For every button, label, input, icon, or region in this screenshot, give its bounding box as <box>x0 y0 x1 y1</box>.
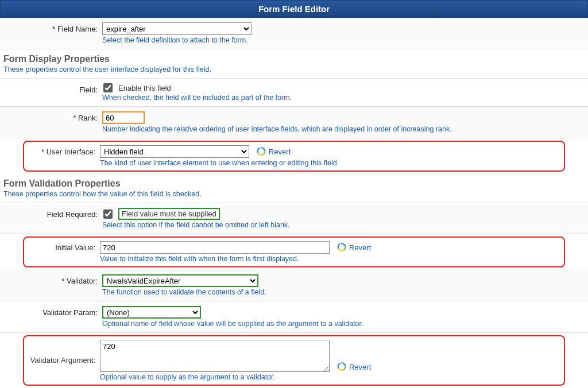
row-validator-argument: Validator Argument: Revert Optional valu… <box>23 335 565 386</box>
row-enable-field: Field: Enable this field When checked, t… <box>0 79 588 107</box>
validator-help: The function used to validate the conten… <box>102 288 585 296</box>
initial-value-input[interactable] <box>100 241 330 254</box>
validator-arg-help: Optional value to supply as the argument… <box>100 373 560 381</box>
ui-select[interactable]: Hidden field <box>100 145 249 158</box>
field-required-checkbox[interactable] <box>103 209 113 219</box>
row-user-interface: * User Interface: Hidden field Revert Th… <box>23 141 565 172</box>
enable-field-label: Field: <box>79 86 98 94</box>
field-name-help: Select the field definition to attach to… <box>102 36 585 44</box>
field-name-label: Field Name: <box>57 25 98 33</box>
enable-field-checkbox-label: Enable this field <box>118 84 171 92</box>
validation-section-desc: These properties control how the value o… <box>0 189 588 203</box>
field-name-select[interactable]: expire_after <box>102 22 252 35</box>
validator-arg-label: Validator Argument: <box>30 356 95 364</box>
row-field-name: * Field Name: expire_after Select the fi… <box>0 18 588 49</box>
validator-arg-revert-link[interactable]: Revert <box>336 362 371 372</box>
row-validator: * Validator: NwaIsValidExpireAfter The f… <box>0 270 588 301</box>
validator-param-select[interactable]: (None) <box>102 306 201 319</box>
field-required-label: Field Required: <box>47 210 98 219</box>
ui-help: The kind of user interface element to us… <box>100 159 560 167</box>
enable-field-help: When checked, the field will be included… <box>102 94 585 102</box>
validator-select[interactable]: NwaIsValidExpireAfter <box>102 274 258 287</box>
display-section-desc: These properties control the user interf… <box>0 64 588 79</box>
rank-input[interactable] <box>102 111 145 124</box>
rank-label: Rank: <box>78 114 98 122</box>
validator-arg-textarea[interactable] <box>100 340 330 372</box>
validator-param-label: Validator Param: <box>42 308 98 317</box>
ui-label: User Interface: <box>47 148 95 156</box>
validator-param-help: Optional name of field whose value will … <box>102 320 585 328</box>
revert-icon <box>336 242 347 253</box>
row-initial-value: Initial Value: Revert Value to initializ… <box>23 236 565 267</box>
display-section-title: Form Display Properties <box>0 49 588 64</box>
row-rank: * Rank: Number indicating the relative o… <box>0 107 588 138</box>
validation-section-title: Form Validation Properties <box>0 174 588 189</box>
rank-help: Number indicating the relative ordering … <box>102 125 585 133</box>
initial-value-label: Initial Value: <box>55 243 95 252</box>
initial-value-revert-link[interactable]: Revert <box>336 242 371 253</box>
field-required-checkbox-label: Field value must be supplied <box>118 208 220 220</box>
row-field-required: Field Required: Field value must be supp… <box>0 203 588 234</box>
field-required-help: Select this option if the field cannot b… <box>102 221 585 229</box>
row-validator-param: Validator Param: (None) Optional name of… <box>0 301 588 333</box>
enable-field-checkbox[interactable] <box>103 83 113 92</box>
initial-value-help: Value to initialize this field with when… <box>100 255 560 263</box>
revert-icon <box>336 362 347 372</box>
page-title: Form Field Editor <box>0 0 588 18</box>
revert-icon <box>256 146 266 157</box>
ui-revert-link[interactable]: Revert <box>256 146 291 157</box>
validator-label: Validator: <box>67 277 98 285</box>
